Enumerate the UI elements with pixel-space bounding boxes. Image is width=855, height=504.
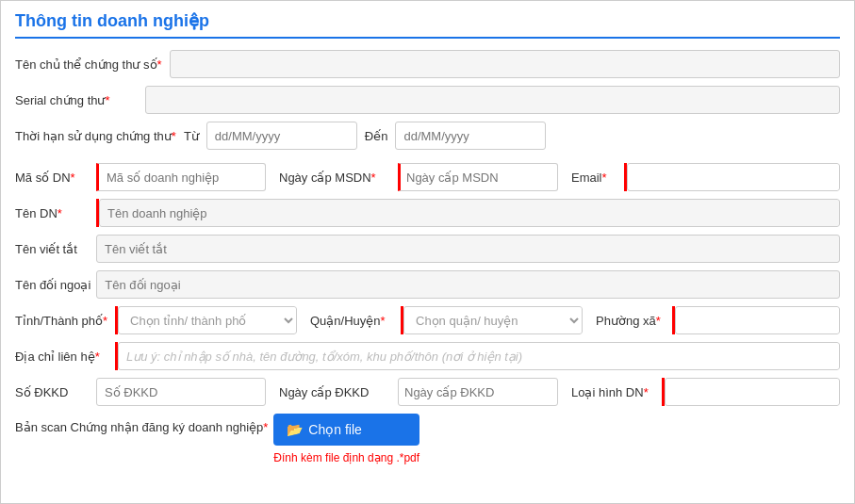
label-den: Đến xyxy=(365,129,388,143)
input-so-dkkd[interactable] xyxy=(96,378,266,406)
label-ten-viet-tat: Tên viết tắt xyxy=(15,242,90,256)
label-ten-doi-ngoai: Tên đối ngoại xyxy=(15,278,90,292)
input-phuong-xa[interactable] xyxy=(675,306,840,334)
dia-chi-lien-he-wrap: Lưu ý: chỉ nhập số nhà, tên đường, tổ/xó… xyxy=(115,342,840,370)
row-serial-chung-thu: Serial chứng thư* xyxy=(15,86,840,114)
select-quan-huyen[interactable]: Chọn quận/ huyện xyxy=(403,306,583,334)
quan-select-wrap: Chọn quận/ huyện xyxy=(401,306,583,334)
label-ten-dn: Tên DN* xyxy=(15,206,90,220)
tinh-select-wrap: Chọn tỉnh/ thành phố xyxy=(115,306,297,334)
row-thoi-han: Thời hạn sử dụng chứng thư* Từ Đến xyxy=(15,122,840,150)
choose-file-label: Chọn file xyxy=(308,422,361,437)
label-so-dkkd: Số ĐKKD xyxy=(15,385,90,399)
input-serial-chung-thu[interactable] xyxy=(145,86,840,114)
label-ten-chu-the: Tên chủ thể chứng thư số* xyxy=(15,57,162,72)
input-ngay-cap-msdn[interactable] xyxy=(401,164,558,190)
label-loai-hinh-dn: Loại hình DN* xyxy=(571,385,656,399)
label-ngay-cap-msdn: Ngày cấp MSDN* xyxy=(279,171,392,185)
ten-dn-wrap xyxy=(96,199,840,227)
row-maso: Mã số DN* Ngày cấp MSDN* 📅 Email* xyxy=(15,163,840,191)
label-tinh-thanh-pho: Tỉnh/Thành phố* xyxy=(15,314,109,328)
loai-hinh-wrap xyxy=(662,378,840,406)
input-from-date[interactable] xyxy=(206,122,357,150)
phuong-xa-wrap xyxy=(672,306,840,334)
input-to-date[interactable] xyxy=(395,122,546,150)
input-email[interactable] xyxy=(627,163,840,191)
input-ma-so-dn[interactable] xyxy=(96,163,266,191)
label-serial-chung-thu: Serial chứng thư* xyxy=(15,93,138,107)
row-ten-dn: Tên DN* xyxy=(15,199,840,227)
select-tinh-thanh-pho[interactable]: Chọn tỉnh/ thành phố xyxy=(118,306,297,334)
section-title: Thông tin doanh nghiệp xyxy=(15,10,840,39)
label-tu: Từ xyxy=(184,129,199,143)
label-ma-so-dn: Mã số DN* xyxy=(15,171,90,185)
input-ten-viet-tat[interactable] xyxy=(96,235,840,263)
label-dia-chi-lien-he: Địa chỉ liên hệ* xyxy=(15,350,109,364)
folder-icon: 📂 xyxy=(287,422,303,437)
row-dia-chi: Tỉnh/Thành phố* Chọn tỉnh/ thành phố Quậ… xyxy=(15,306,840,334)
label-quan-huyen: Quận/Huyện* xyxy=(310,314,395,328)
row-ten-doi-ngoai: Tên đối ngoại xyxy=(15,270,840,299)
label-thoi-han: Thời hạn sử dụng chứng thư* xyxy=(15,129,176,143)
ban-scan-content: 📂 Chọn file Đính kèm file định dạng .*pd… xyxy=(273,414,419,464)
main-container: Thông tin doanh nghiệp Tên chủ thể chứng… xyxy=(0,0,855,504)
date-ngay-cap-dkkd[interactable]: 📅 xyxy=(398,378,558,406)
label-ngay-cap-dkkd: Ngày cấp ĐKKD xyxy=(279,385,392,399)
label-phuong-xa: Phường xã* xyxy=(596,314,666,328)
choose-file-button[interactable]: 📂 Chọn file xyxy=(273,414,419,446)
label-ban-scan: Bản scan Chứng nhận đăng ký doanh nghiệp… xyxy=(15,414,268,436)
dia-chi-note: Lưu ý: chỉ nhập số nhà, tên đường, tổ/xó… xyxy=(118,342,840,370)
date-ngay-cap-msdn[interactable]: 📅 xyxy=(398,163,558,191)
row-ten-chu-the: Tên chủ thể chứng thư số* xyxy=(15,50,840,78)
input-ten-doi-ngoai[interactable] xyxy=(96,270,840,299)
input-ten-chu-the[interactable] xyxy=(170,50,840,78)
row-dia-chi-lien-he: Địa chỉ liên hệ* Lưu ý: chỉ nhập số nhà,… xyxy=(15,342,840,370)
label-email: Email* xyxy=(571,171,618,185)
input-loai-hinh-dn[interactable] xyxy=(665,378,840,406)
row-ban-scan: Bản scan Chứng nhận đăng ký doanh nghiệp… xyxy=(15,414,840,464)
row-ten-viet-tat: Tên viết tắt xyxy=(15,235,840,263)
input-ngay-cap-dkkd[interactable] xyxy=(399,379,558,405)
input-ten-dn[interactable] xyxy=(99,199,840,227)
file-hint: Đính kèm file định dạng .*pdf xyxy=(273,451,419,464)
email-input-wrap xyxy=(624,163,840,191)
row-dkkd: Số ĐKKD Ngày cấp ĐKKD 📅 Loại hình DN* xyxy=(15,378,840,406)
